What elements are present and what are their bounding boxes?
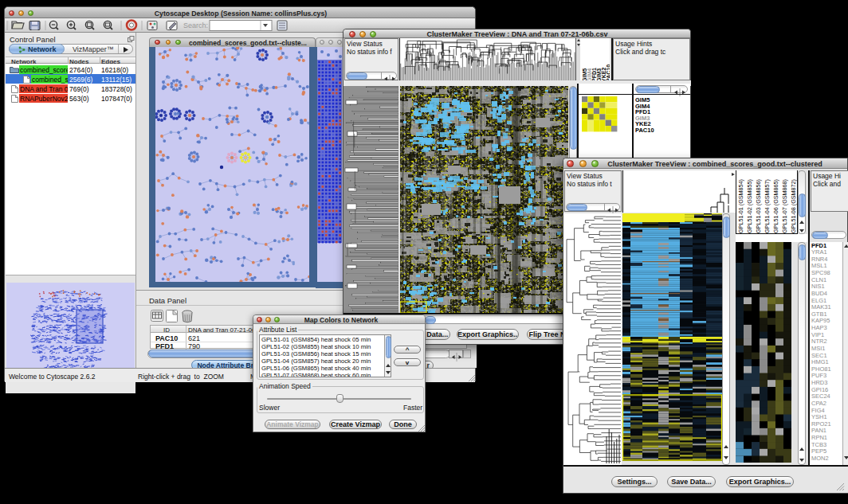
svg-text:GPL51-02 (GSM855): GPL51-02 (GSM855) [746, 179, 753, 233]
svg-text:Search:: Search: [183, 21, 208, 29]
svg-text:GPL51-01 (GSM854): GPL51-01 (GSM854) [737, 179, 744, 233]
svg-text:PAC10: PAC10 [606, 64, 610, 82]
svg-text:GPL51-04 (GSM857): GPL51-04 (GSM857) [764, 179, 771, 233]
svg-text:GPL51-06 (GSM865): GPL51-06 (GSM865) [772, 179, 779, 233]
svg-text:GPL51-08 (GSM872): GPL51-08 (GSM872) [790, 179, 797, 233]
svg-text:GPL51-07 (GSM868): GPL51-07 (GSM868) [781, 179, 788, 233]
svg-text:GPL51-03 (GSM856): GPL51-03 (GSM856) [755, 179, 762, 233]
